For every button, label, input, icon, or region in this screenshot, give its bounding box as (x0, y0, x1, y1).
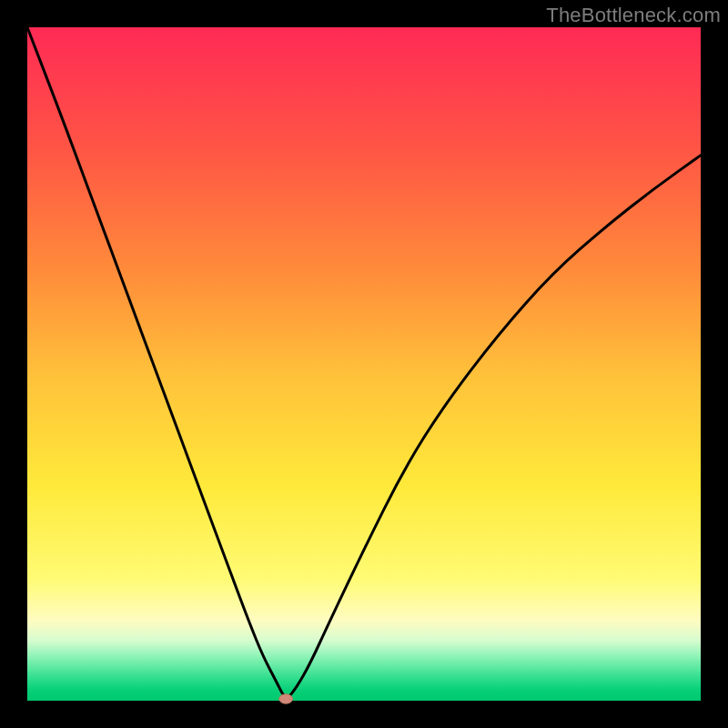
minimum-marker (279, 694, 293, 703)
bottleneck-curve (27, 27, 701, 697)
curve-svg (27, 27, 701, 701)
plot-area (27, 27, 701, 701)
chart-frame: TheBottleneck.com (0, 0, 728, 728)
watermark-text: TheBottleneck.com (546, 4, 721, 27)
